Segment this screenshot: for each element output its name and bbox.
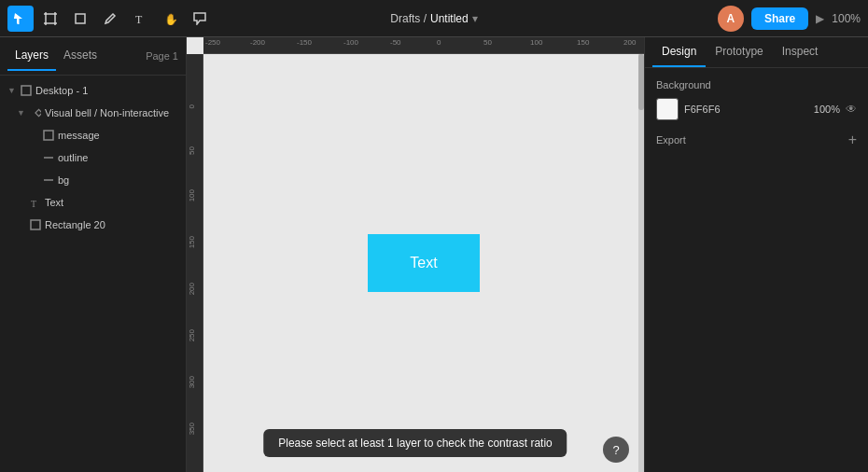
- canvas-area[interactable]: -250 -200 -150 -100 -50 0 50 100 150 200…: [187, 37, 644, 472]
- svg-rect-18: [31, 220, 40, 229]
- svg-rect-12: [21, 86, 31, 95]
- rect-icon: [30, 219, 41, 230]
- bg-color-value[interactable]: F6F6F6: [684, 104, 808, 115]
- text-tool[interactable]: T: [127, 6, 153, 32]
- layer-label: Visual bell / Non-interactive: [45, 107, 169, 118]
- text-icon: T: [30, 197, 41, 208]
- ruler-left: 0 50 100 150 200 250 300 350: [187, 54, 203, 472]
- svg-rect-0: [46, 14, 55, 23]
- svg-rect-13: [35, 109, 41, 116]
- layer-item-bg[interactable]: bg: [0, 169, 186, 191]
- scrollbar-thumb[interactable]: [638, 54, 644, 110]
- tab-assets[interactable]: Assets: [56, 41, 105, 71]
- svg-rect-14: [44, 131, 53, 140]
- line-icon: [43, 174, 54, 186]
- main-layout: Layers Assets Page 1 ▼ Desktop - 1 ▼ Vis…: [0, 37, 868, 472]
- toolbar: T ✋ Drafts / Untitled ▾ A Share ▶ 100%: [0, 0, 868, 37]
- bg-opacity-value[interactable]: 100%: [814, 104, 840, 115]
- expand-icon: ▼: [7, 86, 17, 95]
- layers-tree: ▼ Desktop - 1 ▼ Visual bell / Non-intera…: [0, 76, 186, 472]
- vertical-scrollbar[interactable]: [638, 54, 644, 472]
- text-element[interactable]: Text: [368, 234, 480, 292]
- layer-label: outline: [58, 152, 88, 163]
- layer-label: Rectangle 20: [45, 219, 105, 230]
- layer-item-desktop[interactable]: ▼ Desktop - 1: [0, 79, 186, 102]
- avatar: A: [718, 6, 744, 32]
- tab-design[interactable]: Design: [652, 37, 706, 67]
- title-bar: Drafts / Untitled ▾: [390, 12, 477, 25]
- play-icon[interactable]: ▶: [816, 12, 824, 25]
- background-row: F6F6F6 100% 👁: [656, 98, 857, 120]
- expand-icon: ▼: [17, 108, 26, 118]
- layer-item-message[interactable]: message: [0, 124, 186, 146]
- frame-icon: [43, 130, 54, 141]
- toolbar-right: A Share ▶ 100%: [718, 6, 861, 32]
- file-title[interactable]: Untitled: [430, 12, 469, 25]
- drafts-breadcrumb: Drafts /: [390, 12, 427, 25]
- layer-item-text[interactable]: T Text: [0, 191, 186, 214]
- layer-label: message: [58, 130, 100, 141]
- right-panel-content: Background F6F6F6 100% 👁 Export +: [645, 68, 868, 160]
- layer-item-visual-bell[interactable]: ▼ Visual bell / Non-interactive: [0, 102, 186, 124]
- canvas-content[interactable]: Text: [203, 54, 644, 472]
- tab-prototype[interactable]: Prototype: [706, 37, 772, 67]
- chevron-icon[interactable]: ▾: [472, 12, 478, 25]
- shape-tool[interactable]: [67, 6, 93, 32]
- svg-text:T: T: [31, 199, 36, 208]
- page-label: Page 1: [146, 50, 178, 62]
- layer-item-rectangle[interactable]: Rectangle 20: [0, 214, 186, 236]
- right-panel-tabs: Design Prototype Inspect: [645, 37, 868, 68]
- move-tool[interactable]: [7, 6, 34, 32]
- share-button[interactable]: Share: [751, 7, 808, 30]
- pen-tool[interactable]: [97, 6, 123, 32]
- right-panel: Design Prototype Inspect Background F6F6…: [644, 37, 868, 472]
- export-label: Export: [656, 134, 686, 146]
- bg-color-swatch[interactable]: [656, 98, 679, 120]
- background-section-label: Background: [656, 79, 857, 90]
- element-text: Text: [410, 255, 437, 271]
- svg-text:✋: ✋: [164, 12, 176, 25]
- add-export-button[interactable]: +: [848, 132, 857, 148]
- export-row: Export +: [656, 132, 857, 148]
- component-icon: [30, 107, 41, 118]
- layer-label: Text: [45, 197, 63, 208]
- visibility-icon[interactable]: 👁: [846, 103, 857, 116]
- help-button[interactable]: ?: [603, 437, 629, 463]
- layer-item-outline[interactable]: outline: [0, 146, 186, 169]
- left-panel: Layers Assets Page 1 ▼ Desktop - 1 ▼ Vis…: [0, 37, 187, 472]
- ruler-top: -250 -200 -150 -100 -50 0 50 100 150 200…: [203, 37, 644, 54]
- tab-layers[interactable]: Layers: [7, 41, 56, 71]
- zoom-level[interactable]: 100%: [832, 12, 861, 25]
- frame-icon: [21, 85, 32, 96]
- layer-label: bg: [58, 174, 69, 186]
- frame-tool[interactable]: [37, 6, 63, 32]
- comment-tool[interactable]: [187, 6, 213, 32]
- svg-text:T: T: [135, 13, 143, 25]
- hand-tool[interactable]: ✋: [157, 6, 183, 32]
- line-icon: [43, 152, 54, 163]
- svg-rect-9: [76, 14, 85, 23]
- toast-message: Please select at least 1 layer to check …: [263, 429, 567, 457]
- layer-label: Desktop - 1: [35, 85, 88, 96]
- tab-inspect[interactable]: Inspect: [773, 37, 828, 67]
